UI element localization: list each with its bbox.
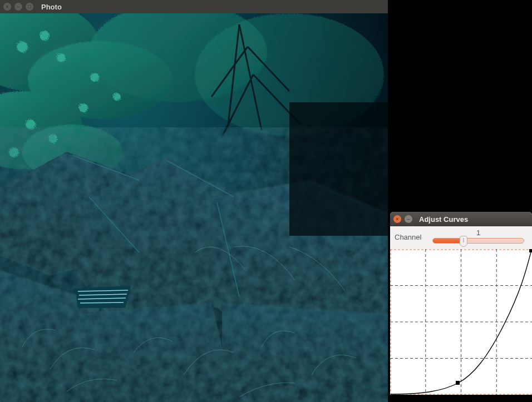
photo-canvas [0,13,388,402]
minimize-icon[interactable]: – [14,3,22,11]
curve-canvas[interactable] [390,249,532,395]
svg-point-14 [90,73,99,82]
curves-titlebar[interactable]: × – Adjust Curves [390,212,532,226]
photo-image [0,13,388,402]
slider-fill [433,239,464,243]
photo-titlebar[interactable]: × – □ Photo [0,0,388,13]
svg-point-12 [79,103,88,112]
curve-editor[interactable] [390,249,532,395]
channel-slider[interactable] [432,236,524,246]
curve-control-point[interactable] [456,381,460,385]
channel-label: Channel [395,233,421,241]
photo-window: × – □ Photo [0,0,388,402]
window-title: Photo [41,3,62,11]
svg-point-15 [113,93,121,101]
svg-point-7 [17,41,28,52]
close-icon[interactable]: × [3,3,11,11]
curves-window: × – Adjust Curves Channel 1 [390,212,532,395]
curve-end-point[interactable] [529,249,532,252]
maximize-icon[interactable]: □ [26,3,33,11]
close-icon[interactable]: × [393,215,401,223]
svg-point-10 [26,120,36,130]
window-title: Adjust Curves [419,215,468,224]
svg-point-13 [9,147,19,157]
curve-grid [390,249,532,395]
slider-thumb[interactable] [460,236,467,247]
svg-point-11 [48,134,57,143]
channel-row: Channel 1 [395,229,528,246]
svg-rect-16 [289,102,388,236]
curves-body: Channel 1 [390,226,532,395]
minimize-icon[interactable]: – [405,215,412,223]
channel-slider-wrap: 1 [429,229,528,246]
svg-point-8 [40,31,50,41]
svg-point-9 [57,53,66,62]
